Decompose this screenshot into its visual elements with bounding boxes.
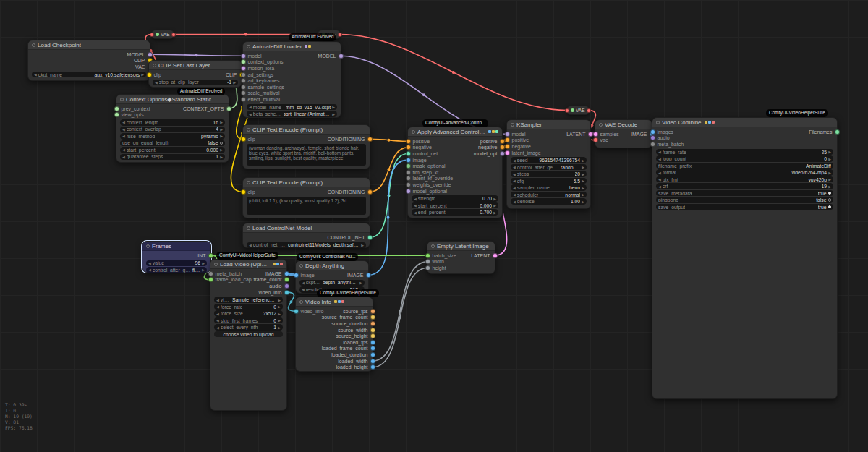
node-pack-badge: ComfyUI's ControlNet Au... [297,253,358,261]
badges-layer: AnimateDiff EvolvedAnimateDiff EvolvedCo… [0,0,868,452]
perf-stat-line: I: 0 [5,408,33,414]
perf-stat-line: N: 19 (19) [5,414,33,419]
node-pack-badge: ComfyUI-VideoHelperSuite [216,252,278,260]
perf-stat-line: FPS: 76.18 [5,425,33,431]
node-pack-badge: ComfyUI-VideoHelperSuite [766,109,828,117]
perf-stat-line: T: 0.39s [5,402,33,408]
perf-stat-line: V: 81 [5,419,33,425]
node-pack-badge: AnimateDiff Evolved [289,33,336,41]
graph-canvas[interactable]: Load CheckpointMODELCLIPVAE◀ckpt_nameaux… [0,0,868,452]
render-stats: T: 0.39sI: 0N: 19 (19)V: 81FPS: 76.18 [5,402,33,431]
node-pack-badge: ComfyUI-VideoHelperSuite [317,289,379,297]
node-pack-badge: ComfyUI-Advanced-Contro... [422,119,488,127]
node-pack-badge: AnimateDiff Evolved [177,88,225,95]
